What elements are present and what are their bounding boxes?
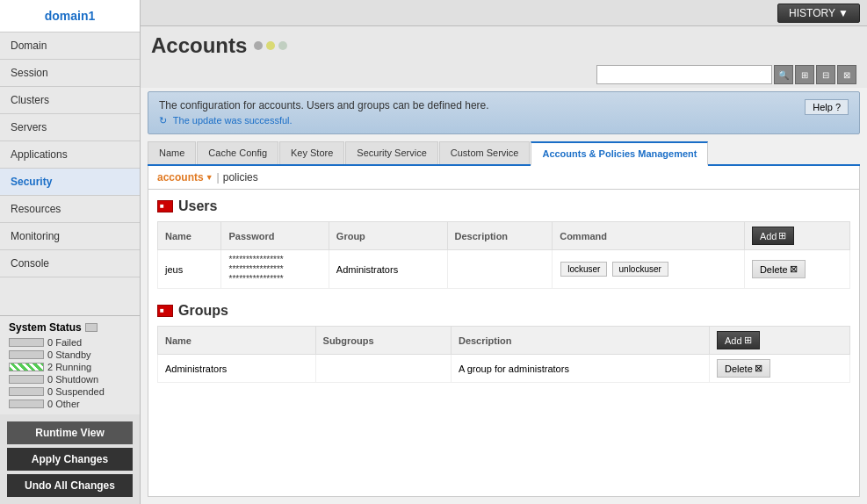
main-content: HISTORY ▼ Accounts 🔍 ⊞ ⊟ ⊠ The configura… <box>141 0 867 504</box>
sidebar-item-security[interactable]: Security <box>0 169 140 196</box>
groups-table-header: Name Subgroups Description Add ⊞ <box>158 327 850 355</box>
users-flag-icon: ■ <box>157 200 173 212</box>
sidebar-item-resources[interactable]: Resources <box>0 196 140 223</box>
groups-section-title: ■ Groups <box>157 303 850 319</box>
status-shutdown: 0 Shutdown <box>9 374 131 385</box>
sidebar-buttons: Runtime View Apply Changes Undo All Chan… <box>0 414 140 504</box>
group-delete-cell: Delete ⊠ <box>709 355 849 383</box>
unlockuser-button[interactable]: unlockuser <box>612 262 668 277</box>
dot-gray <box>254 41 263 50</box>
user-group-cell: Administrators <box>329 250 447 289</box>
add-group-icon: ⊞ <box>744 335 752 346</box>
delete-group-icon: ⊠ <box>755 363 762 374</box>
delete-icon: ⊠ <box>790 263 798 275</box>
user-command-cell: lockuser unlockuser <box>553 250 745 289</box>
page-title: Accounts <box>151 33 247 58</box>
page-header: Accounts <box>141 26 867 61</box>
sidebar-item-session[interactable]: Session <box>0 60 140 87</box>
status-failed: 0 Failed <box>9 337 131 348</box>
dot-green <box>278 41 287 50</box>
group-description-cell: A group for administrators <box>451 355 709 383</box>
history-button[interactable]: HISTORY ▼ <box>777 4 860 23</box>
status-running: 2 Running <box>9 362 131 372</box>
add-group-button[interactable]: Add ⊞ <box>717 331 760 349</box>
groups-col-subgroups: Subgroups <box>315 327 451 355</box>
sidebar-item-servers[interactable]: Servers <box>0 114 140 141</box>
content-area: ■ Users Name Password Group Description … <box>148 190 860 497</box>
other-bar <box>9 400 44 408</box>
table-row: Administrators A group for administrator… <box>158 355 850 383</box>
user-password-cell: **************** **************** ******… <box>221 250 329 289</box>
groups-table: Name Subgroups Description Add ⊞ Adminis… <box>157 326 850 383</box>
icon-btn-2[interactable]: ⊟ <box>816 65 835 84</box>
users-section-title: ■ Users <box>157 198 850 214</box>
breadcrumb-separator: | <box>217 171 220 184</box>
groups-col-name: Name <box>158 327 316 355</box>
suspended-bar <box>9 387 44 396</box>
users-col-name: Name <box>158 222 221 250</box>
standby-bar <box>9 350 44 359</box>
table-row: jeus **************** **************** *… <box>158 250 850 289</box>
users-col-group: Group <box>329 222 447 250</box>
sidebar-item-clusters[interactable]: Clusters <box>0 87 140 114</box>
add-icon: ⊞ <box>778 230 786 241</box>
info-message: The configuration for accounts. Users an… <box>159 99 489 112</box>
group-subgroups-cell <box>315 355 451 383</box>
tab-name[interactable]: Name <box>148 141 196 164</box>
sidebar: domain1 Domain Session Clusters Servers … <box>0 0 141 504</box>
system-status-title: System Status <box>9 321 131 334</box>
users-col-description: Description <box>447 222 553 250</box>
tab-accounts-policies[interactable]: Accounts & Policies Management <box>531 141 708 166</box>
runtime-view-button[interactable]: Runtime View <box>7 421 133 444</box>
title-decoration <box>254 41 287 50</box>
delete-user-button[interactable]: Delete ⊠ <box>752 260 806 278</box>
sidebar-nav: Domain Session Clusters Servers Applicat… <box>0 32 140 315</box>
sidebar-item-applications[interactable]: Applications <box>0 141 140 169</box>
groups-flag-icon: ■ <box>157 305 173 317</box>
search-bar: 🔍 ⊞ ⊟ ⊠ <box>141 61 867 88</box>
system-status-icon <box>85 323 98 332</box>
icon-btn-1[interactable]: ⊞ <box>795 65 814 84</box>
users-table-header: Name Password Group Description Command … <box>158 222 850 250</box>
search-button[interactable]: 🔍 <box>774 65 793 84</box>
users-table: Name Password Group Description Command … <box>157 221 850 289</box>
sidebar-item-console[interactable]: Console <box>0 250 140 277</box>
user-delete-cell: Delete ⊠ <box>744 250 849 289</box>
domain-title[interactable]: domain1 <box>0 0 140 32</box>
tab-cache-config[interactable]: Cache Config <box>197 141 278 164</box>
system-status: System Status 0 Failed 0 Standby 2 Runni… <box>0 315 140 414</box>
dot-yellow <box>266 41 275 50</box>
status-suspended: 0 Suspended <box>9 386 131 397</box>
failed-bar <box>9 338 44 347</box>
undo-changes-button[interactable]: Undo All Changes <box>7 474 133 497</box>
breadcrumb-accounts-link[interactable]: accounts ▼ <box>157 171 213 184</box>
chevron-down-icon: ▼ <box>206 173 213 182</box>
user-description-cell <box>447 250 553 289</box>
breadcrumb-nav: accounts ▼ | policies <box>148 166 860 190</box>
sidebar-item-monitoring[interactable]: Monitoring <box>0 223 140 250</box>
users-col-command: Command <box>553 222 745 250</box>
topbar: HISTORY ▼ <box>141 0 867 26</box>
help-button[interactable]: Help ? <box>805 99 849 115</box>
status-standby: 0 Standby <box>9 349 131 360</box>
search-input[interactable] <box>596 65 772 84</box>
tabs-bar: Name Cache Config Key Store Security Ser… <box>148 141 860 166</box>
sidebar-item-domain[interactable]: Domain <box>0 32 140 60</box>
icon-btn-3[interactable]: ⊠ <box>837 65 856 84</box>
shutdown-bar <box>9 375 44 384</box>
info-text-block: The configuration for accounts. Users an… <box>159 99 489 126</box>
tab-security-service[interactable]: Security Service <box>345 141 437 164</box>
info-banner: The configuration for accounts. Users an… <box>148 91 860 134</box>
tab-custom-service[interactable]: Custom Service <box>439 141 531 164</box>
running-bar <box>9 363 44 371</box>
delete-group-button[interactable]: Delete ⊠ <box>717 359 770 378</box>
apply-changes-button[interactable]: Apply Changes <box>7 448 133 471</box>
success-message: ↻ The update was successful. <box>159 115 489 126</box>
lockuser-button[interactable]: lockuser <box>560 262 607 277</box>
refresh-icon: ↻ <box>159 115 167 126</box>
users-col-password: Password <box>221 222 329 250</box>
tab-key-store[interactable]: Key Store <box>279 141 344 164</box>
add-user-button[interactable]: Add ⊞ <box>752 227 795 245</box>
groups-col-actions: Add ⊞ <box>709 327 849 355</box>
user-name-cell: jeus <box>158 250 221 289</box>
